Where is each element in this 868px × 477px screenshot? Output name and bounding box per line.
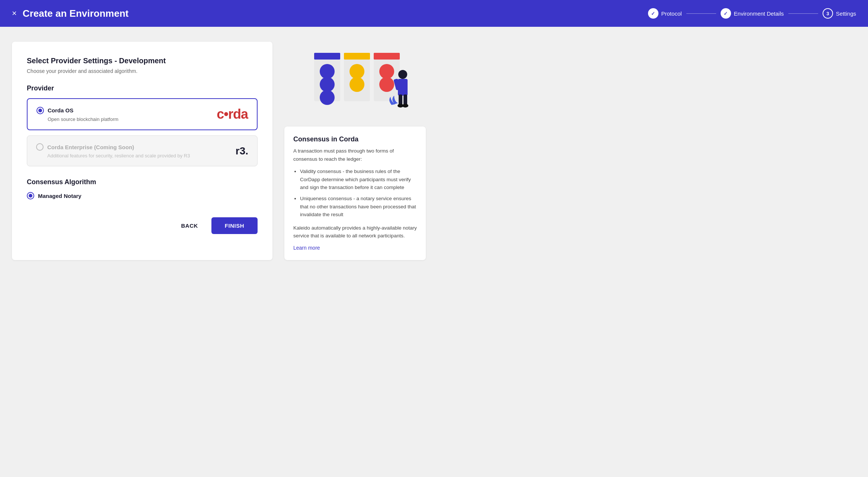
consensus-managed-notary-label: Managed Notary [38, 193, 82, 199]
info-point-2: Uniqueness consensus - a notary service … [300, 195, 417, 219]
step-settings: 3 Settings [823, 8, 856, 19]
svg-point-6 [320, 64, 335, 79]
info-intro: A transaction must pass through two form… [293, 147, 417, 163]
svg-point-19 [402, 104, 408, 108]
radio-corda-os[interactable] [36, 107, 44, 114]
r3-logo: r3. [236, 145, 248, 157]
info-title: Consensus in Corda [293, 135, 417, 143]
consensus-managed-notary[interactable]: Managed Notary [27, 192, 258, 199]
wizard-steps: ✓ Protocol ✓ Environment Details 3 Setti… [648, 8, 856, 19]
action-buttons: BACK FINISH [27, 217, 258, 234]
info-box: Consensus in Corda A transaction must pa… [284, 127, 426, 260]
svg-rect-3 [314, 53, 340, 60]
page-header: × Create an Environment ✓ Protocol ✓ Env… [0, 0, 868, 27]
svg-point-12 [379, 77, 394, 92]
svg-point-8 [320, 90, 335, 105]
consensus-section: Consensus Algorithm Managed Notary [27, 178, 258, 199]
svg-rect-5 [374, 53, 400, 60]
illustration [284, 42, 426, 118]
step-protocol-label: Protocol [661, 10, 682, 17]
provider-enterprise-desc: Additional features for security, reslie… [47, 153, 190, 159]
step-env-icon: ✓ [721, 8, 731, 19]
close-icon[interactable]: × [12, 9, 17, 18]
learn-more-link[interactable]: Learn more [293, 245, 320, 251]
provider-corda-os-left: Corda OS Open source blockchain platform [36, 107, 118, 122]
radio-managed-notary[interactable] [27, 192, 34, 199]
header-left: × Create an Environment [12, 8, 648, 19]
provider-name-row-corda: Corda OS [36, 107, 118, 114]
info-footer: Kaleido automatically provides a highly-… [293, 224, 417, 240]
svg-point-11 [379, 64, 394, 79]
step-env-label: Environment Details [734, 10, 784, 17]
consensus-section-label: Consensus Algorithm [27, 178, 258, 186]
step-environment-details: ✓ Environment Details [721, 8, 784, 19]
svg-point-10 [350, 77, 364, 92]
step-protocol: ✓ Protocol [648, 8, 682, 19]
settings-card: Select Provider Settings - Development C… [12, 42, 272, 260]
info-list: Validity consensus - the business rules … [293, 167, 417, 219]
svg-point-7 [320, 77, 335, 92]
provider-section-label: Provider [27, 84, 258, 92]
svg-point-9 [350, 64, 364, 79]
provider-corda-enterprise: Corda Enterprise (Coming Soon) Additiona… [27, 135, 258, 166]
step-settings-label: Settings [836, 10, 856, 17]
step-settings-icon: 3 [823, 8, 833, 19]
card-title: Select Provider Settings - Development [27, 57, 258, 65]
back-button[interactable]: BACK [173, 218, 205, 233]
main-content: Select Provider Settings - Development C… [0, 27, 521, 275]
provider-corda-os-name: Corda OS [48, 107, 73, 113]
finish-button[interactable]: FINISH [211, 217, 258, 234]
step-divider-1 [686, 13, 716, 14]
radio-corda-enterprise [36, 143, 44, 151]
provider-enterprise-left: Corda Enterprise (Coming Soon) Additiona… [36, 143, 190, 159]
step-protocol-icon: ✓ [648, 8, 658, 19]
provider-name-row-enterprise: Corda Enterprise (Coming Soon) [36, 143, 190, 151]
provider-corda-os[interactable]: Corda OS Open source blockchain platform… [27, 98, 258, 130]
illustration-svg [284, 42, 426, 116]
corda-logo: c•rda [217, 106, 248, 122]
card-subtitle: Choose your provider and associated algo… [27, 68, 258, 74]
svg-rect-4 [344, 53, 370, 60]
page-title: Create an Environment [23, 8, 129, 19]
right-panel: Consensus in Corda A transaction must pa… [284, 42, 426, 260]
info-point-1: Validity consensus - the business rules … [300, 167, 417, 192]
provider-enterprise-name: Corda Enterprise (Coming Soon) [47, 144, 134, 150]
provider-corda-os-desc: Open source blockchain platform [48, 116, 118, 122]
step-divider-2 [788, 13, 818, 14]
